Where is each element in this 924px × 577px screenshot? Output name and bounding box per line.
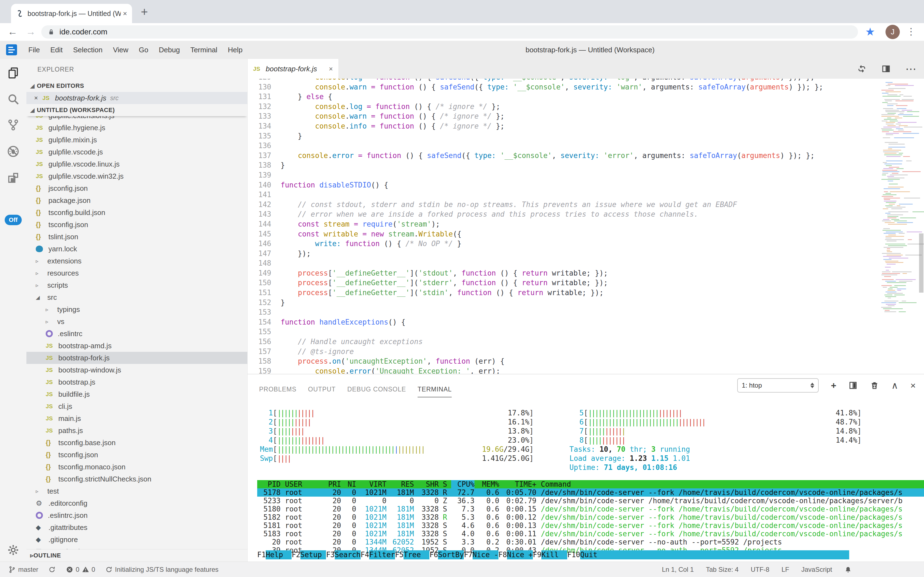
new-terminal-icon[interactable]: + <box>831 381 836 390</box>
toggle-output-icon[interactable] <box>857 64 867 74</box>
file-tree-item-main.js[interactable]: JSmain.js <box>26 413 247 424</box>
file-tree-item-cli.js[interactable]: JScli.js <box>26 400 247 413</box>
kill-terminal-icon[interactable] <box>870 381 879 390</box>
file-tree-item-.editorconfig[interactable]: ⚙.editorconfig <box>26 497 247 509</box>
file-tree-item-bootstrap.js[interactable]: JSbootstrap.js <box>26 376 247 388</box>
source-control-icon[interactable] <box>6 118 20 132</box>
file-tree-item-test[interactable]: ▹test <box>26 485 247 497</box>
url-bar[interactable]: ide.coder.com <box>41 25 858 39</box>
file-tree-item-tslint.json[interactable]: {}tslint.json <box>26 231 247 243</box>
file-tree-item-tsconfig.json[interactable]: {}tsconfig.json <box>26 219 247 231</box>
status-cursor-position[interactable]: Ln 1, Col 1 <box>662 566 694 574</box>
avatar[interactable]: J <box>885 25 900 39</box>
open-editor-item[interactable]: × JS bootstrap-fork.js src <box>26 92 247 104</box>
file-tree-item-typings[interactable]: ▹typings <box>26 303 247 316</box>
maximize-panel-icon[interactable]: ∧ <box>891 381 898 390</box>
status-language-mode[interactable]: JavaScript <box>801 566 832 574</box>
explorer-icon[interactable] <box>6 66 20 79</box>
browser-menu-icon[interactable]: ⋮ <box>906 26 916 37</box>
sync-status[interactable] <box>48 566 56 574</box>
close-panel-icon[interactable]: × <box>910 381 916 390</box>
terminal-select[interactable]: 1: htop <box>737 378 819 393</box>
search-icon[interactable] <box>6 92 20 106</box>
file-tree-item-.eslintrc[interactable]: .eslintrc <box>26 327 247 340</box>
file-tree-item-bootstrap-fork.js[interactable]: JSbootstrap-fork.js <box>26 352 247 364</box>
bell-icon[interactable] <box>844 566 852 574</box>
htop-meter-1: 1[|||||||||||17.8%] <box>259 409 534 417</box>
more-actions-icon[interactable]: ⋯ <box>905 63 917 74</box>
menu-go[interactable]: Go <box>134 46 154 54</box>
file-tree-item-bootstrap-amd.js[interactable]: JSbootstrap-amd.js <box>26 340 247 352</box>
tab-close-icon[interactable]: × <box>329 65 333 73</box>
file-tree-item-gulpfile.extensions.js[interactable]: JSgulpfile.extensions.js <box>26 116 247 122</box>
file-tree-item-src[interactable]: ◢src <box>26 291 247 303</box>
git-branch-icon <box>8 566 16 574</box>
file-tree-item-paths.js[interactable]: JSpaths.js <box>26 424 247 437</box>
menu-terminal[interactable]: Terminal <box>185 46 223 54</box>
file-tree-item-scripts[interactable]: ▹scripts <box>26 279 247 291</box>
menu-file[interactable]: File <box>23 46 45 54</box>
git-branch-status[interactable]: master <box>8 566 38 574</box>
file-tree-item-extensions[interactable]: ▹extensions <box>26 255 247 267</box>
htop-meter-6: 6[|||||||||||||||||||||||||||||||||||48.… <box>569 417 861 427</box>
forward-icon[interactable]: → <box>26 26 36 37</box>
file-tree-item-bootstrap-window.js[interactable]: JSbootstrap-window.js <box>26 364 247 376</box>
file-tree-item-gulpfile.vscode.linux.js[interactable]: JSgulpfile.vscode.linux.js <box>26 158 247 170</box>
menu-debug[interactable]: Debug <box>154 46 185 54</box>
workspace-header[interactable]: ◢UNTITLED (WORKSPACE) <box>26 104 247 116</box>
file-tree-item-.eslintrc.json[interactable]: .eslintrc.json <box>26 509 247 521</box>
browser-tab[interactable]: bootstrap-fork.js — Untitled (W × <box>11 4 132 23</box>
menu-edit[interactable]: Edit <box>45 46 68 54</box>
file-tree-item-vs[interactable]: ▹vs <box>26 316 247 327</box>
settings-gear-icon[interactable] <box>6 543 20 557</box>
file-tree-item-.gitignore[interactable]: ◆.gitignore <box>26 533 247 546</box>
tab-close-icon[interactable]: × <box>123 10 127 18</box>
file-tree-item-.gitattributes[interactable]: ◆.gitattributes <box>26 521 247 533</box>
status-eol[interactable]: LF <box>781 566 789 574</box>
file-tree-item-tsconfig.base.json[interactable]: {}tsconfig.base.json <box>26 437 247 449</box>
code-line: 155 <box>247 327 924 337</box>
problems-status[interactable]: 0 0 <box>66 566 95 574</box>
panel-tab-output[interactable]: OUTPUT <box>308 386 336 398</box>
file-tree-item-tsconfig.monaco.json[interactable]: {}tsconfig.monaco.json <box>26 461 247 473</box>
debug-off-icon[interactable] <box>6 145 20 158</box>
extensions-icon[interactable] <box>6 171 20 184</box>
split-terminal-icon[interactable] <box>848 381 858 390</box>
file-tree-item-gulpfile.vscode.win32.js[interactable]: JSgulpfile.vscode.win32.js <box>26 170 247 182</box>
split-editor-icon[interactable] <box>881 64 891 74</box>
new-tab-button[interactable]: + <box>141 5 148 19</box>
file-tree-item-tsconfig.build.json[interactable]: {}tsconfig.build.json <box>26 206 247 219</box>
outline-section[interactable]: ▹OUTLINE <box>26 549 247 562</box>
htop-meter-3: 3[||||||||13.8%] <box>259 427 534 436</box>
status-encoding[interactable]: UTF-8 <box>751 566 770 574</box>
file-tree-item-gulpfile.hygiene.js[interactable]: JSgulpfile.hygiene.js <box>26 122 247 134</box>
terminal[interactable]: 1[|||||||||||17.8%]2[||||||||||16.1%]3[|… <box>247 398 924 562</box>
minimap[interactable] <box>881 82 917 313</box>
panel-tab-debug-console[interactable]: DEBUG CONSOLE <box>347 386 406 398</box>
file-tree-item-yarn.lock[interactable]: yarn.lock <box>26 243 247 255</box>
back-icon[interactable]: ← <box>8 26 18 37</box>
editor-tab[interactable]: JS bootstrap-fork.js × <box>247 59 338 79</box>
htop-meter-swp: Swp[||||1.41G/25.0G] <box>259 454 534 463</box>
online-status-badge[interactable]: Off <box>5 215 22 225</box>
file-tree-item-tsconfig.strictNullChecks.json[interactable]: {}tsconfig.strictNullChecks.json <box>26 473 247 485</box>
panel-tab-terminal[interactable]: TERMINAL <box>418 386 452 398</box>
file-tree-item-resources[interactable]: ▹resources <box>26 267 247 279</box>
panel-tab-problems[interactable]: PROBLEMS <box>259 386 297 398</box>
file-tree-item-gulpfile.vscode.js[interactable]: JSgulpfile.vscode.js <box>26 146 247 158</box>
menu-selection[interactable]: Selection <box>68 46 108 54</box>
close-icon[interactable]: × <box>34 94 38 102</box>
file-tree-item-buildfile.js[interactable]: JSbuildfile.js <box>26 388 247 400</box>
status-tab-size[interactable]: Tab Size: 4 <box>706 566 739 574</box>
open-editors-header[interactable]: ◢OPEN EDITORS <box>26 80 247 92</box>
menu-view[interactable]: View <box>108 46 134 54</box>
htop-uptime: Uptime: 71 days, 01:08:16 <box>569 463 861 472</box>
file-tree-item-package.json[interactable]: {}package.json <box>26 194 247 206</box>
bookmark-star-icon[interactable]: ★ <box>865 25 875 38</box>
file-tree-item-tsconfig.json[interactable]: {}tsconfig.json <box>26 449 247 461</box>
menu-help[interactable]: Help <box>223 46 247 54</box>
file-tree-item-gulpfile.mixin.js[interactable]: JSgulpfile.mixin.js <box>26 134 247 146</box>
editor-scrollbar[interactable] <box>919 234 924 293</box>
code-editor[interactable]: 129 console.log = function () { safeSend… <box>247 79 924 374</box>
file-tree-item-jsconfig.json[interactable]: {}jsconfig.json <box>26 182 247 194</box>
